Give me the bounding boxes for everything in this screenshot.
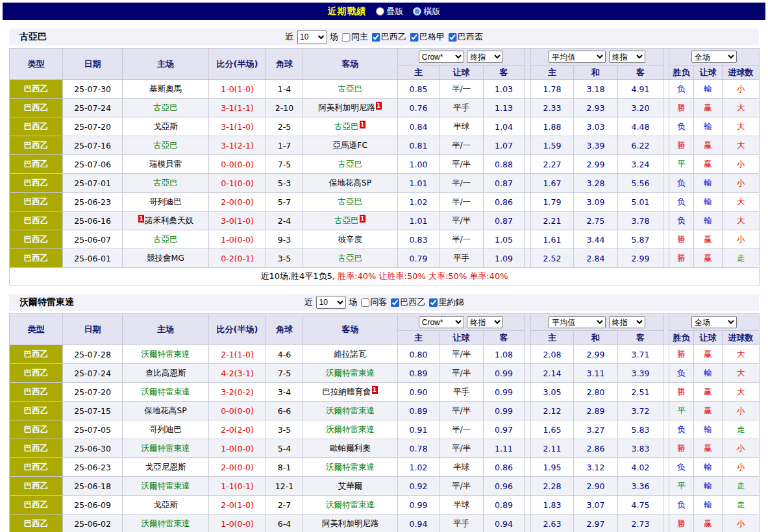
away-team-cell[interactable]: 保地花高SP xyxy=(303,174,398,193)
home-team-cell[interactable]: 古亞巴 xyxy=(123,136,209,155)
away-team-cell[interactable]: 阿美利加明尼路 xyxy=(303,514,398,532)
same-venue-filter[interactable]: 同客 xyxy=(361,296,388,308)
score-cell[interactable]: 1-1(0-1) xyxy=(209,477,266,496)
away-team-cell[interactable]: 古亞巴 xyxy=(303,249,398,268)
away-team-cell[interactable]: 沃爾特雷東達 xyxy=(303,420,398,439)
away-team-cell[interactable]: 古亞巴 xyxy=(303,155,398,174)
home-team-cell[interactable]: 沃爾特雷東達 xyxy=(123,514,209,532)
away-team-cell[interactable]: 艾華爾 xyxy=(303,477,398,496)
league-filter-serieb[interactable]: 巴西乙 xyxy=(391,296,426,308)
bookmaker-select[interactable]: Crow* xyxy=(419,316,464,328)
away-team-cell[interactable]: 巴拉納體育會1 xyxy=(303,383,398,402)
recent-count-select[interactable]: 10 xyxy=(297,30,327,43)
same-venue-filter[interactable]: 同主 xyxy=(341,31,368,43)
away-team-cell[interactable]: 歐帕爾利奧 xyxy=(303,439,398,458)
away-team-cell[interactable]: 維拉諾瓦 xyxy=(303,345,398,364)
score-cell[interactable]: 2-0(0-0) xyxy=(209,193,266,212)
score-cell[interactable]: 3-0(1-0) xyxy=(209,212,266,230)
home-team-cell[interactable]: 沃爾特雷東達 xyxy=(123,383,209,402)
score-cell[interactable]: 3-2(0-2) xyxy=(209,383,266,402)
match-date: 25-06-23 xyxy=(63,458,123,477)
home-team-cell[interactable]: 沃爾特雷東達 xyxy=(123,439,209,458)
away-team-cell[interactable]: 古亞巴 xyxy=(303,80,398,99)
score-cell[interactable]: 2-1(1-0) xyxy=(209,345,266,364)
score-cell[interactable]: 4-2(3-1) xyxy=(209,364,266,383)
score-cell[interactable]: 1-0(0-0) xyxy=(209,514,266,532)
home-team-cell[interactable]: 基斯奧馬 xyxy=(123,80,209,99)
scope-select[interactable]: 全场 xyxy=(691,51,737,63)
home-team-cell[interactable]: 查比高恩斯 xyxy=(123,364,209,383)
team-name-text: 維拉諾瓦 xyxy=(334,349,367,359)
home-team-cell[interactable]: 戈亞斯 xyxy=(123,117,209,136)
league-filter-state[interactable]: 里約錦 xyxy=(429,296,464,308)
bookmaker-select[interactable]: Crow* xyxy=(419,51,464,63)
away-team-cell[interactable]: 古亞巴1 xyxy=(303,212,398,230)
score-cell[interactable]: 2-0(2-0) xyxy=(209,420,266,439)
home-team-cell[interactable]: 競技會MG xyxy=(123,249,209,268)
home-team-cell[interactable]: 古亞巴 xyxy=(123,174,209,193)
home-team-cell[interactable]: 哥列迪巴 xyxy=(123,420,209,439)
away-team-cell[interactable]: 沃爾特雷東達 xyxy=(303,496,398,514)
state-league-checkbox[interactable] xyxy=(429,298,438,307)
home-team-cell[interactable]: 沃爾特雷東達 xyxy=(123,345,209,364)
league-filter-state[interactable]: 巴格甲 xyxy=(410,31,445,43)
score-cell[interactable]: 1-0(1-0) xyxy=(209,80,266,99)
score-cell[interactable]: 1-0(0-0) xyxy=(209,439,266,458)
serieb-checkbox[interactable] xyxy=(391,298,399,307)
away-team-cell[interactable]: 古亞巴1 xyxy=(303,117,398,136)
score-cell[interactable]: 0-2(0-1) xyxy=(209,249,266,268)
state-league-checkbox[interactable] xyxy=(410,33,418,42)
score-cell[interactable]: 1-0(0-0) xyxy=(209,230,266,249)
away-team-cell[interactable]: 阿美利加明尼路1 xyxy=(303,99,398,117)
home-team-cell[interactable]: 沃爾特雷東達 xyxy=(123,477,209,496)
result-outcome-cell: 负 xyxy=(669,117,694,136)
scope-select[interactable]: 全场 xyxy=(691,316,737,328)
average-odds-select[interactable]: 平均值 xyxy=(549,316,606,328)
same-venue-checkbox[interactable] xyxy=(341,33,350,42)
layout-option-horizontal[interactable]: 橫版 xyxy=(413,6,441,18)
avg-home-odds: 1.95 xyxy=(531,458,574,477)
score-cell[interactable]: 0-1(0-0) xyxy=(209,174,266,193)
score-cell[interactable]: 3-1(1-0) xyxy=(209,117,266,136)
col-header-away: 客场 xyxy=(303,314,398,345)
europe-stage-select[interactable]: 终指 xyxy=(609,51,645,63)
match-date: 25-07-28 xyxy=(63,345,123,364)
away-team-cell[interactable]: 沃爾特雷東達 xyxy=(303,402,398,420)
same-venue-checkbox[interactable] xyxy=(361,298,369,307)
handicap-stage-select[interactable]: 终指 xyxy=(467,316,503,328)
home-team-cell[interactable]: 保地花高SP xyxy=(123,402,209,420)
handicap-stage-select[interactable]: 终指 xyxy=(467,51,503,63)
home-team-cell[interactable]: 古亞巴 xyxy=(123,230,209,249)
league-filter-serieb[interactable]: 巴西乙 xyxy=(371,31,406,43)
away-team-cell[interactable]: 亞馬遜FC xyxy=(303,136,398,155)
league-filter-cup[interactable]: 巴西盃 xyxy=(448,31,483,43)
score-cell[interactable]: 3-1(1-1) xyxy=(209,99,266,117)
average-odds-select[interactable]: 平均值 xyxy=(549,51,606,63)
league-badge: 巴西乙 xyxy=(10,496,63,514)
avg-draw-odds: 3.07 xyxy=(574,496,618,514)
score-cell[interactable]: 0-0(0-0) xyxy=(209,402,266,420)
away-team-cell[interactable]: 沃爾特雷東達 xyxy=(303,458,398,477)
away-team-cell[interactable]: 古亞巴 xyxy=(303,193,398,212)
serieb-checkbox[interactable] xyxy=(371,33,380,42)
home-team-cell[interactable]: 瑞模貝雷 xyxy=(123,155,209,174)
recent-count-select[interactable]: 10 xyxy=(316,296,346,309)
score-cell[interactable]: 3-1(2-1) xyxy=(209,136,266,155)
home-team-cell[interactable]: 哥列迪巴 xyxy=(123,193,209,212)
home-team-cell[interactable]: 戈亞斯 xyxy=(123,496,209,514)
horizontal-layout-radio[interactable] xyxy=(413,7,421,16)
stacked-layout-radio[interactable] xyxy=(376,7,384,16)
europe-stage-select[interactable]: 终指 xyxy=(609,316,645,328)
home-team-cell[interactable]: 古亞巴 xyxy=(123,99,209,117)
team-name-text: 亞馬遜FC xyxy=(333,140,367,150)
score-cell[interactable]: 0-0(0-0) xyxy=(209,155,266,174)
home-team-cell[interactable]: 1諾禾利桑天奴 xyxy=(123,212,209,230)
away-team-cell[interactable]: 彼辛度 xyxy=(303,230,398,249)
layout-option-stacked[interactable]: 疊版 xyxy=(376,6,404,18)
score-cell[interactable]: 2-0(1-0) xyxy=(209,496,266,514)
score-cell[interactable]: 2-0(0-0) xyxy=(209,458,266,477)
handicap-home-odds: 1.00 xyxy=(398,155,440,174)
cup-checkbox[interactable] xyxy=(448,33,456,42)
home-team-cell[interactable]: 戈亞尼恩斯 xyxy=(123,458,209,477)
away-team-cell[interactable]: 沃爾特雷東達 xyxy=(303,364,398,383)
